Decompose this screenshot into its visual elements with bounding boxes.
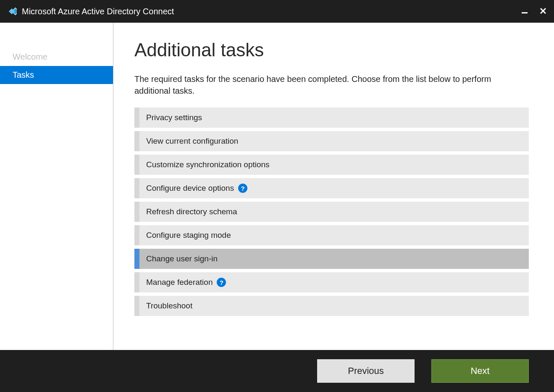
task-configure-staging-mode[interactable]: Configure staging mode bbox=[134, 225, 529, 245]
task-label: Troubleshoot bbox=[139, 301, 192, 310]
sidebar-item-label: Welcome bbox=[13, 52, 47, 61]
sidebar-item-welcome[interactable]: Welcome bbox=[0, 48, 113, 66]
task-accent bbox=[134, 202, 139, 222]
task-accent bbox=[134, 249, 139, 269]
svg-rect-2 bbox=[522, 12, 528, 13]
task-privacy-settings[interactable]: Privacy settings bbox=[134, 108, 529, 128]
page-title: Additional tasks bbox=[134, 39, 529, 61]
help-icon[interactable]: ? bbox=[217, 278, 226, 287]
sidebar: Welcome Tasks bbox=[0, 23, 113, 350]
help-icon[interactable]: ? bbox=[238, 184, 247, 193]
task-label: Configure device options bbox=[139, 184, 234, 193]
task-accent bbox=[134, 155, 139, 175]
close-button[interactable] bbox=[539, 7, 547, 16]
task-accent bbox=[134, 296, 139, 316]
task-label: View current configuration bbox=[139, 137, 238, 146]
footer: Previous Next bbox=[0, 350, 554, 392]
task-accent bbox=[134, 131, 139, 151]
task-change-user-sign-in[interactable]: Change user sign-in bbox=[134, 249, 529, 269]
task-refresh-directory-schema[interactable]: Refresh directory schema bbox=[134, 202, 529, 222]
task-configure-device-options[interactable]: Configure device options ? bbox=[134, 178, 529, 198]
titlebar: Microsoft Azure Active Directory Connect bbox=[0, 0, 554, 23]
sidebar-item-label: Tasks bbox=[13, 70, 34, 79]
window-controls bbox=[520, 7, 547, 16]
task-label: Privacy settings bbox=[139, 113, 202, 122]
task-label: Configure staging mode bbox=[139, 231, 231, 240]
azure-icon bbox=[7, 6, 17, 16]
task-accent bbox=[134, 178, 139, 198]
task-accent bbox=[134, 225, 139, 245]
page-description: The required tasks for the scenario have… bbox=[134, 73, 529, 97]
task-label: Refresh directory schema bbox=[139, 207, 237, 216]
task-label: Change user sign-in bbox=[139, 254, 218, 263]
task-label: Manage federation bbox=[139, 278, 213, 287]
task-customize-synchronization-options[interactable]: Customize synchronization options bbox=[134, 155, 529, 175]
minimize-button[interactable] bbox=[520, 7, 529, 16]
previous-button[interactable]: Previous bbox=[317, 359, 415, 383]
task-list: Privacy settings View current configurat… bbox=[134, 108, 529, 316]
task-troubleshoot[interactable]: Troubleshoot bbox=[134, 296, 529, 316]
next-button[interactable]: Next bbox=[431, 359, 529, 383]
task-label: Customize synchronization options bbox=[139, 160, 270, 169]
task-view-current-configuration[interactable]: View current configuration bbox=[134, 131, 529, 151]
titlebar-title: Microsoft Azure Active Directory Connect bbox=[22, 7, 520, 16]
main-content: Additional tasks The required tasks for … bbox=[113, 23, 554, 350]
task-manage-federation[interactable]: Manage federation ? bbox=[134, 272, 529, 292]
sidebar-item-tasks[interactable]: Tasks bbox=[0, 66, 113, 84]
task-accent bbox=[134, 272, 139, 292]
task-accent bbox=[134, 108, 139, 128]
